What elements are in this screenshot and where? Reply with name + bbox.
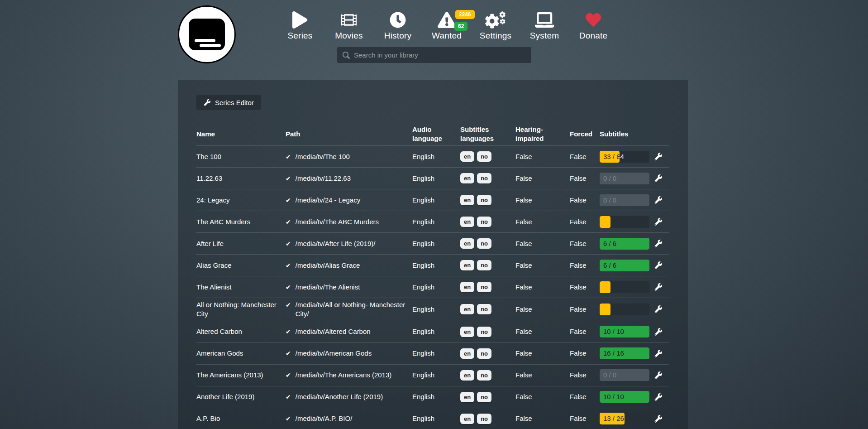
top-bar: Series Movies History Wanted 224662 Sett… bbox=[0, 0, 868, 80]
table-header: Name Path Audio language Subtitles langu… bbox=[196, 123, 669, 145]
wanted-count-badge: 2246 bbox=[455, 10, 475, 19]
table-row: The Alienist ✔ /media/tv/The Alienist En… bbox=[196, 276, 669, 298]
series-name[interactable]: American Gods bbox=[196, 349, 286, 358]
app-logo[interactable] bbox=[178, 5, 236, 63]
language-badge-no: no bbox=[477, 173, 491, 183]
series-name[interactable]: Altered Carbon bbox=[196, 327, 286, 336]
hearing-impaired-value: False bbox=[515, 196, 570, 205]
subtitles-progress-bar: 16 / 16 16 / 16 bbox=[600, 347, 649, 359]
nav-item-wanted[interactable]: Wanted 224662 bbox=[424, 10, 470, 41]
search-input[interactable] bbox=[354, 51, 526, 59]
nav-item-settings[interactable]: Settings bbox=[472, 10, 519, 41]
language-badge-en: en bbox=[460, 414, 474, 424]
edit-series-button[interactable] bbox=[654, 371, 663, 379]
forced-value: False bbox=[570, 196, 600, 205]
nav-item-label: Settings bbox=[480, 31, 511, 41]
language-badge-no: no bbox=[477, 195, 491, 205]
nav-item-history[interactable]: History bbox=[375, 10, 421, 41]
nav-item-series[interactable]: Series bbox=[277, 10, 323, 41]
subtitle-languages: enno bbox=[460, 217, 515, 227]
wrench-icon bbox=[654, 218, 662, 226]
edit-series-button[interactable] bbox=[654, 350, 663, 357]
language-badge-en: en bbox=[460, 282, 474, 292]
audio-language: English bbox=[412, 414, 460, 423]
subtitle-languages: enno bbox=[460, 348, 515, 359]
wrench-icon bbox=[654, 393, 662, 401]
edit-series-button[interactable] bbox=[654, 218, 663, 226]
series-name[interactable]: The Alienist bbox=[196, 283, 286, 292]
nav-item-system[interactable]: System bbox=[521, 10, 568, 41]
series-path: /media/tv/The Alienist bbox=[296, 283, 360, 292]
language-badge-en: en bbox=[460, 392, 474, 402]
edit-series-button[interactable] bbox=[654, 415, 663, 423]
table-row: 24: Legacy ✔ /media/tv/24 - Legacy Engli… bbox=[196, 189, 669, 211]
table-row: 11.22.63 ✔ /media/tv/11.22.63 English en… bbox=[196, 167, 669, 189]
nav-item-label: Series bbox=[287, 31, 312, 41]
hearing-impaired-value: False bbox=[515, 414, 570, 423]
subtitle-languages: enno bbox=[460, 195, 515, 205]
table-row: The Americans (2013) ✔ /media/tv/The Ame… bbox=[196, 364, 669, 386]
series-name[interactable]: After Life bbox=[196, 239, 286, 248]
wanted-count-badge: 62 bbox=[454, 22, 467, 31]
series-name[interactable]: The ABC Murders bbox=[196, 217, 286, 227]
subtitles-progress-bar: 10 / 10 10 / 10 bbox=[600, 391, 649, 403]
series-name[interactable]: 24: Legacy bbox=[196, 196, 286, 205]
series-name[interactable]: Another Life (2019) bbox=[196, 392, 286, 401]
table-row: All or Nothing: Manchester City ✔ /media… bbox=[196, 298, 669, 321]
hearing-impaired-value: False bbox=[515, 261, 570, 270]
language-badge-no: no bbox=[477, 327, 491, 337]
language-badge-en: en bbox=[460, 304, 474, 314]
forced-value: False bbox=[570, 414, 600, 423]
audio-language: English bbox=[412, 371, 460, 380]
edit-series-button[interactable] bbox=[654, 305, 663, 313]
hearing-impaired-value: False bbox=[515, 239, 570, 248]
main-nav: Series Movies History Wanted 224662 Sett… bbox=[277, 10, 616, 41]
audio-language: English bbox=[412, 392, 460, 401]
subtitles-progress-label: 0 / 0 bbox=[603, 173, 649, 184]
subtitles-progress-bar: 0 / 0 0 / 0 bbox=[600, 173, 649, 184]
series-name[interactable]: The Americans (2013) bbox=[196, 371, 286, 380]
language-badge-no: no bbox=[477, 238, 491, 249]
series-path: /media/tv/A.P. BIO/ bbox=[296, 414, 353, 423]
audio-language: English bbox=[412, 239, 460, 248]
series-path: /media/tv/After Life (2019)/ bbox=[296, 239, 376, 248]
play-icon bbox=[292, 10, 307, 30]
edit-series-button[interactable] bbox=[654, 196, 663, 204]
edit-series-button[interactable] bbox=[654, 261, 663, 269]
edit-series-button[interactable] bbox=[654, 240, 663, 247]
language-badge-en: en bbox=[460, 173, 474, 183]
series-name[interactable]: Alias Grace bbox=[196, 261, 286, 270]
nav-item-label: Donate bbox=[579, 31, 607, 41]
series-name[interactable]: 11.22.63 bbox=[196, 174, 286, 183]
logo-screen-icon bbox=[189, 19, 225, 51]
series-name[interactable]: The 100 bbox=[196, 152, 286, 161]
edit-series-button[interactable] bbox=[654, 283, 663, 291]
language-badge-no: no bbox=[477, 260, 491, 270]
subtitle-languages: enno bbox=[460, 238, 515, 249]
edit-series-button[interactable] bbox=[654, 393, 663, 401]
wrench-icon bbox=[654, 196, 662, 204]
series-path: /media/tv/24 - Legacy bbox=[296, 196, 360, 205]
edit-series-button[interactable] bbox=[654, 174, 663, 182]
search-icon bbox=[343, 52, 350, 59]
nav-item-movies[interactable]: Movies bbox=[326, 10, 372, 41]
laptop-icon bbox=[535, 10, 554, 30]
hearing-impaired-value: False bbox=[515, 174, 570, 183]
series-name[interactable]: All or Nothing: Manchester City bbox=[196, 300, 286, 318]
table-row: American Gods ✔ /media/tv/American Gods … bbox=[196, 342, 669, 364]
forced-value: False bbox=[570, 327, 600, 336]
series-editor-button[interactable]: Series Editor bbox=[196, 95, 261, 110]
check-icon: ✔ bbox=[286, 217, 291, 227]
subtitle-languages: enno bbox=[460, 151, 515, 162]
table-body: The 100 ✔ /media/tv/The 100 English enno… bbox=[196, 145, 669, 429]
check-icon: ✔ bbox=[286, 196, 291, 205]
series-table: Name Path Audio language Subtitles langu… bbox=[196, 123, 669, 429]
series-path: /media/tv/The 100 bbox=[296, 152, 350, 161]
series-name[interactable]: A.P. Bio bbox=[196, 414, 286, 423]
edit-series-button[interactable] bbox=[654, 153, 663, 160]
nav-item-label: Wanted bbox=[432, 31, 462, 41]
nav-item-donate[interactable]: Donate bbox=[570, 10, 616, 41]
edit-series-button[interactable] bbox=[654, 328, 663, 336]
series-path: /media/tv/11.22.63 bbox=[296, 174, 351, 183]
language-badge-en: en bbox=[460, 260, 474, 270]
